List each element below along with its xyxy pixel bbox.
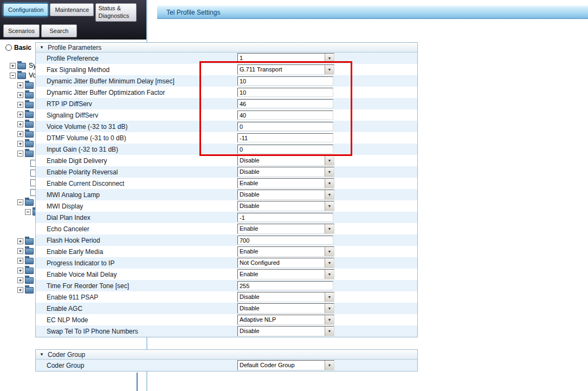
dropdown-arrow-icon[interactable]: ▼ bbox=[325, 190, 334, 199]
param-row-dtmf-volume-31-to-0-db: DTMF Volume (-31 to 0 dB) bbox=[36, 132, 417, 144]
selected-value: Disable bbox=[238, 190, 334, 199]
ec-nlp-mode-select[interactable]: Adaptive NLP▼ bbox=[237, 315, 334, 325]
expand-node-icon[interactable]: + bbox=[17, 238, 23, 244]
swap-tel-to-ip-phone-numbers-select[interactable]: Disable▼ bbox=[237, 326, 334, 336]
param-label: Dial Plan Index bbox=[47, 214, 91, 221]
param-label-cell: MWI Analog Lamp bbox=[36, 191, 237, 199]
param-label-cell: Input Gain (-32 to 31 dB) bbox=[36, 146, 237, 153]
enable-early-media-select[interactable]: Enable▼ bbox=[237, 246, 334, 257]
selected-value: Enable bbox=[238, 179, 334, 187]
dropdown-arrow-icon[interactable]: ▼ bbox=[325, 247, 334, 256]
param-control-cell bbox=[237, 110, 417, 120]
param-label-cell: Dial Plan Index bbox=[36, 214, 237, 221]
param-row-profile-preference: Profile Preference1▼ bbox=[36, 53, 417, 64]
dropdown-arrow-icon[interactable]: ▼ bbox=[325, 156, 334, 165]
folder-icon bbox=[25, 92, 34, 99]
enable-agc-select[interactable]: Disable▼ bbox=[237, 303, 334, 314]
coder-group-header[interactable]: ▼ Coder Group bbox=[36, 350, 417, 360]
dropdown-arrow-icon[interactable]: ▼ bbox=[325, 361, 334, 370]
dropdown-arrow-icon[interactable]: ▼ bbox=[325, 65, 334, 74]
flash-hook-period-input[interactable] bbox=[237, 236, 333, 245]
enable-current-disconnect-select[interactable]: Enable▼ bbox=[237, 178, 334, 188]
expand-node-icon[interactable]: + bbox=[17, 258, 23, 264]
tab-scenarios[interactable]: Scenarios bbox=[3, 24, 40, 37]
param-control-cell: Disable▼ bbox=[237, 201, 417, 211]
param-label-cell: Progress Indicator to IP bbox=[36, 259, 237, 267]
mwi-display-select[interactable]: Disable▼ bbox=[237, 201, 334, 211]
dropdown-arrow-icon[interactable]: ▼ bbox=[325, 224, 334, 233]
section-title: Profile Parameters bbox=[48, 44, 101, 51]
dropdown-arrow-icon[interactable]: ▼ bbox=[325, 292, 334, 302]
section-title: Coder Group bbox=[48, 351, 85, 359]
radio-basic[interactable]: Basic bbox=[5, 44, 31, 51]
dropdown-arrow-icon[interactable]: ▼ bbox=[325, 315, 334, 324]
dropdown-arrow-icon[interactable]: ▼ bbox=[325, 270, 334, 279]
expand-node-icon[interactable]: + bbox=[17, 287, 23, 293]
param-label-cell: Swap Tel To IP Phone Numbers bbox=[36, 328, 237, 335]
expand-node-icon[interactable]: + bbox=[17, 92, 23, 98]
param-control-cell: Disable▼ bbox=[237, 303, 417, 314]
expand-node-icon[interactable]: + bbox=[17, 121, 23, 127]
param-label-cell: Dynamic Jitter Buffer Optimization Facto… bbox=[36, 89, 237, 96]
enable-voice-mail-delay-select[interactable]: Enable▼ bbox=[237, 269, 334, 279]
mwi-analog-lamp-select[interactable]: Disable▼ bbox=[237, 190, 334, 200]
enable-911-psap-select[interactable]: Disable▼ bbox=[237, 292, 334, 302]
selected-value: Disable bbox=[238, 156, 334, 165]
param-row-enable-911-psap: Enable 911 PSAPDisable▼ bbox=[36, 291, 417, 303]
input-gain-32-to-31-db-input[interactable] bbox=[237, 145, 333, 154]
expand-node-icon[interactable]: + bbox=[17, 131, 23, 137]
expand-node-icon[interactable]: + bbox=[17, 268, 23, 273]
param-label-cell: Fax Signaling Method bbox=[36, 66, 237, 74]
coder-group-select[interactable]: Default Coder Group▼ bbox=[237, 360, 334, 370]
profile-parameters-section: ▼ Profile Parameters Profile Preference1… bbox=[35, 42, 418, 337]
collapse-node-icon[interactable]: − bbox=[25, 209, 31, 215]
param-row-enable-current-disconnect: Enable Current DisconnectEnable▼ bbox=[36, 178, 417, 189]
expand-node-icon[interactable]: + bbox=[17, 112, 23, 118]
param-row-progress-indicator-to-ip: Progress Indicator to IPNot Configured▼ bbox=[36, 257, 417, 269]
time-for-reorder-tone-sec-input[interactable] bbox=[237, 281, 333, 290]
collapse-node-icon[interactable]: − bbox=[10, 73, 16, 79]
rtp-ip-diffserv-input[interactable] bbox=[237, 99, 333, 108]
collapse-node-icon[interactable]: − bbox=[17, 151, 23, 157]
param-label: Enable AGC bbox=[47, 305, 82, 312]
dropdown-arrow-icon[interactable]: ▼ bbox=[325, 201, 334, 211]
expand-node-icon[interactable]: + bbox=[10, 63, 16, 69]
expand-node-icon[interactable]: + bbox=[17, 248, 23, 254]
coder-group-rows: Coder GroupDefault Coder Group▼ bbox=[36, 360, 417, 371]
expand-node-icon[interactable]: + bbox=[17, 102, 23, 108]
tab-status-diagnostics[interactable]: Status & Diagnostics bbox=[95, 3, 137, 22]
dropdown-arrow-icon[interactable]: ▼ bbox=[325, 179, 334, 188]
collapse-triangle-icon[interactable]: ▼ bbox=[40, 45, 44, 50]
collapse-node-icon[interactable]: − bbox=[17, 199, 23, 205]
dropdown-arrow-icon[interactable]: ▼ bbox=[325, 304, 334, 313]
enable-digit-delivery-select[interactable]: Disable▼ bbox=[237, 155, 334, 166]
dropdown-arrow-icon[interactable]: ▼ bbox=[325, 54, 334, 63]
fax-signaling-method-select[interactable]: G.711 Transport▼ bbox=[237, 64, 334, 75]
param-control-cell: Adaptive NLP▼ bbox=[237, 315, 417, 325]
folder-icon bbox=[25, 287, 34, 294]
dropdown-arrow-icon[interactable]: ▼ bbox=[325, 167, 334, 177]
signaling-diffserv-input[interactable] bbox=[237, 110, 333, 120]
dropdown-arrow-icon[interactable]: ▼ bbox=[325, 258, 334, 268]
folder-icon bbox=[25, 199, 34, 206]
dial-plan-index-input[interactable] bbox=[237, 213, 333, 222]
dynamic-jitter-buffer-minimum-delay-msec-input[interactable] bbox=[237, 76, 333, 86]
expand-node-icon[interactable]: + bbox=[17, 277, 23, 283]
dynamic-jitter-buffer-optimization-factor-input[interactable] bbox=[237, 88, 333, 97]
profile-parameters-header[interactable]: ▼ Profile Parameters bbox=[36, 43, 417, 53]
expand-node-icon[interactable]: + bbox=[17, 82, 23, 88]
expand-node-icon[interactable]: + bbox=[17, 141, 23, 147]
tab-configuration[interactable]: Configuration bbox=[3, 3, 48, 16]
page-title-bar: Tel Profile Settings bbox=[157, 5, 588, 19]
tab-maintenance[interactable]: Maintenance bbox=[50, 3, 94, 16]
progress-indicator-to-ip-select[interactable]: Not Configured▼ bbox=[237, 258, 334, 268]
voice-volume-32-to-31-db-input[interactable] bbox=[237, 122, 333, 131]
dtmf-volume-31-to-0-db-input[interactable] bbox=[237, 133, 333, 142]
param-control-cell: Enable▼ bbox=[237, 269, 417, 279]
tab-search[interactable]: Search bbox=[41, 24, 77, 37]
echo-canceler-select[interactable]: Enable▼ bbox=[237, 224, 334, 234]
collapse-triangle-icon[interactable]: ▼ bbox=[40, 353, 44, 357]
dropdown-arrow-icon[interactable]: ▼ bbox=[325, 327, 334, 336]
enable-polarity-reversal-select[interactable]: Disable▼ bbox=[237, 167, 334, 177]
profile-preference-select[interactable]: 1▼ bbox=[237, 53, 334, 63]
